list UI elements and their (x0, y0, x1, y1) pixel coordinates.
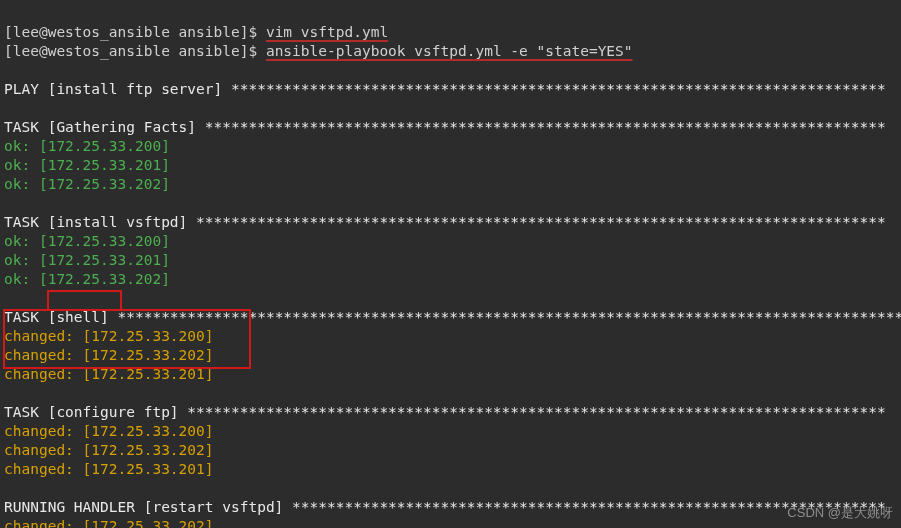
task-configure-ftp: TASK [configure ftp] *******************… (4, 404, 886, 420)
changed-line: changed: [172.25.33.202] (4, 347, 214, 363)
task-shell: TASK [shell] ***************************… (4, 309, 901, 325)
ok-line: ok: [172.25.33.200] (4, 233, 170, 249)
ok-line: ok: [172.25.33.202] (4, 176, 170, 192)
changed-line: changed: [172.25.33.202] (4, 442, 214, 458)
ok-line: ok: [172.25.33.202] (4, 271, 170, 287)
ok-line: ok: [172.25.33.201] (4, 252, 170, 268)
changed-line: changed: [172.25.33.200] (4, 328, 214, 344)
command-vim: vim vsftpd.yml (266, 24, 388, 40)
prompt: [lee@westos_ansible ansible]$ (4, 24, 266, 40)
changed-line: changed: [172.25.33.202] (4, 518, 214, 528)
task-gathering-facts: TASK [Gathering Facts] *****************… (4, 119, 886, 135)
prompt: [lee@westos_ansible ansible]$ (4, 43, 266, 59)
changed-line: changed: [172.25.33.200] (4, 423, 214, 439)
task-install-vsftpd: TASK [install vsftpd] ******************… (4, 214, 886, 230)
changed-line: changed: [172.25.33.201] (4, 366, 214, 382)
command-ansible-playbook: ansible-playbook vsftpd.yml -e "state=YE… (266, 43, 633, 59)
changed-line: changed: [172.25.33.201] (4, 461, 214, 477)
ok-line: ok: [172.25.33.200] (4, 138, 170, 154)
play-header: PLAY [install ftp server] **************… (4, 81, 886, 97)
ok-line: ok: [172.25.33.201] (4, 157, 170, 173)
terminal-output[interactable]: [lee@westos_ansible ansible]$ vim vsftpd… (0, 0, 901, 528)
running-handler: RUNNING HANDLER [restart vsftpd] *******… (4, 499, 886, 515)
